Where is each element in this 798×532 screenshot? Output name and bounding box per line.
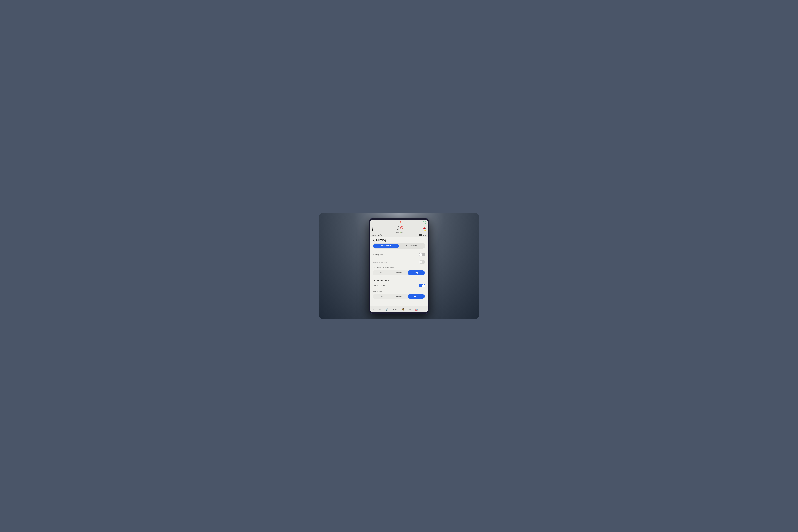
tab-pilot-assist[interactable]: Pilot Assist — [373, 244, 399, 248]
time-display: 15:40 — [373, 234, 376, 236]
lane-change-assist-row: Lane change assist — [373, 259, 425, 265]
nav-apps[interactable]: ⊞ — [378, 307, 382, 311]
bluetooth-icon: ⬆ — [416, 234, 417, 236]
apps-icon: ⊞ — [379, 308, 381, 311]
gear-d-active: D — [372, 229, 373, 231]
car-header-main: R N D ⚡ 0 30 READY — [372, 225, 426, 233]
steering-feel-section: Steering feel Soft Medium Firm — [370, 289, 428, 299]
fan-icon: ❅ — [409, 308, 411, 311]
notification-icon: 🔔 — [424, 229, 426, 231]
tab-bar: Pilot Assist Speed limiter — [373, 243, 425, 249]
nav-media[interactable]: 🔊 — [384, 307, 390, 311]
nav-home[interactable]: ⌂ — [373, 307, 376, 311]
time-interval-section: Time interval to vehicle ahead Short Med… — [370, 265, 428, 276]
driving-dynamics-title: Driving dynamics — [370, 277, 428, 282]
time-interval-label: Time interval to vehicle ahead — [370, 265, 428, 269]
one-pedal-drive-row: One pedal drive — [373, 282, 425, 289]
page-header: ❮ Driving — [370, 237, 428, 243]
temp-display: 19 °C — [378, 234, 382, 236]
status-icons: ⬆ ∧ ▌▌▌ LTE — [416, 234, 425, 236]
steering-assist-label: Steering assist — [373, 254, 384, 256]
interval-long-btn[interactable]: Long — [407, 270, 425, 275]
car-top-view: 🚗 — [423, 226, 426, 229]
wifi-icon: ∧ — [417, 234, 418, 236]
tablet-screen: 🚨 ★★ ≡ R N D ⚡ — [370, 220, 428, 312]
lane-change-assist-toggle[interactable] — [419, 260, 425, 264]
top-right-car-icons: ★★ ≡ — [423, 220, 426, 224]
page-title: Driving — [376, 239, 386, 242]
tab-speed-limiter[interactable]: Speed limiter — [399, 244, 425, 248]
nav-alert[interactable]: ⚠ — [421, 307, 425, 311]
steering-assist-knob — [419, 253, 422, 256]
driving-dynamics-section: Driving dynamics One pedal drive — [370, 277, 428, 289]
car-header: 🚨 ★★ ≡ R N D ⚡ — [370, 220, 428, 234]
media-icon: 🔊 — [385, 308, 388, 311]
climate-icon: 🌡 22° 22° 🧑 — [393, 308, 404, 310]
nav-car-settings[interactable]: 🚗 — [414, 307, 419, 311]
network-type: LTE — [423, 234, 425, 236]
interval-short-btn[interactable]: Short — [373, 270, 391, 275]
settings-section: Steering assist Lane change assist — [370, 251, 428, 265]
lane-change-assist-knob — [419, 261, 422, 263]
charging-icon: ⚡ — [374, 228, 376, 230]
lane-change-assist-label: Lane change assist — [373, 261, 388, 263]
back-button[interactable]: ❮ — [373, 239, 375, 242]
car-settings-icon: 🚗 — [415, 308, 418, 311]
feel-medium-btn[interactable]: Medium — [391, 294, 408, 299]
status-bar: 15:40 19 °C ⬆ ∧ ▌▌▌ LTE — [370, 234, 428, 237]
steering-assist-toggle[interactable] — [419, 253, 425, 256]
nav-climate[interactable]: 🌡 22° 22° 🧑 — [392, 308, 405, 311]
gear-indicator: R N D — [372, 227, 373, 231]
one-pedal-drive-knob — [422, 284, 425, 287]
tablet-device: 🚨 ★★ ≡ R N D ⚡ — [369, 218, 429, 314]
alert-icon: ⚠ — [422, 308, 424, 311]
speed-limit-badge: 30 — [400, 226, 403, 229]
feel-soft-btn[interactable]: Soft — [373, 294, 391, 299]
driving-dynamics-settings: One pedal drive — [370, 282, 428, 289]
feel-firm-btn[interactable]: Firm — [407, 294, 425, 299]
one-pedal-drive-toggle[interactable] — [419, 284, 425, 287]
interval-medium-btn[interactable]: Medium — [391, 270, 408, 275]
header-right: 🚗 🔔 — [423, 226, 426, 231]
speed-display: 0 — [396, 225, 400, 230]
one-pedal-drive-label: One pedal drive — [373, 285, 385, 287]
battery-info: 149km 🔋 61% — [396, 232, 403, 233]
car-top-icons-row: 🚨 ★★ ≡ — [372, 220, 426, 224]
main-content[interactable]: ❮ Driving Pilot Assist Speed limiter Ste… — [370, 237, 428, 306]
signal-bars-icon: ▌▌▌ — [419, 234, 422, 236]
bottom-nav: ⌂ ⊞ 🔊 🌡 22° 22° 🧑 ❅ 🚗 ⚠ — [370, 306, 428, 312]
beam-icon: ≡ — [425, 222, 426, 224]
status-time-temp: 15:40 19 °C — [373, 234, 382, 236]
header-center: 0 30 READY km/h 149km 🔋 61% — [396, 225, 403, 233]
adas-warning-icon: 🚨 — [399, 221, 401, 223]
bottom-spacer — [370, 301, 428, 304]
header-left: R N D ⚡ — [372, 227, 376, 231]
nav-fan[interactable]: ❅ — [408, 307, 412, 311]
home-icon: ⌂ — [374, 308, 375, 311]
gear-r: R — [372, 227, 373, 228]
steering-assist-row: Steering assist — [373, 251, 425, 259]
time-interval-segment-group: Short Medium Long — [373, 270, 425, 276]
car-dashboard-background: 🚨 ★★ ≡ R N D ⚡ — [319, 213, 479, 319]
steering-feel-segment-group: Soft Medium Firm — [373, 294, 425, 299]
headlight-icon: ★★ — [423, 220, 426, 222]
steering-feel-label: Steering feel — [370, 289, 428, 292]
